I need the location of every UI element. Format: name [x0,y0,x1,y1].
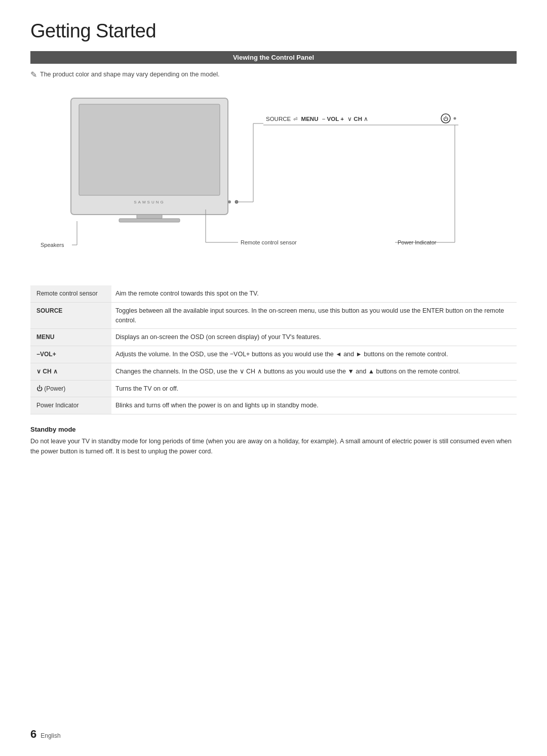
feature-label: −VOL+ [30,346,111,363]
page-language: English [41,732,60,739]
feature-table: Remote control sensorAim the remote cont… [30,285,517,414]
feature-label: ⏻ (Power) [30,380,111,397]
feature-label: MENU [30,329,111,346]
svg-text:SAMSUNG: SAMSUNG [134,200,165,204]
feature-description: Adjusts the volume. In the OSD, use the … [111,346,517,363]
section-header: Viewing the Control Panel [30,51,517,64]
feature-label: Power Indicator [30,397,111,414]
feature-row: −VOL+Adjusts the volume. In the OSD, use… [30,346,517,363]
feature-row: SOURCEToggles between all the available … [30,302,517,329]
note-text: The product color and shape may vary dep… [40,71,219,78]
feature-row: Remote control sensorAim the remote cont… [30,285,517,302]
feature-label: Remote control sensor [30,285,111,302]
note-icon: ✎ [30,71,37,79]
feature-row: ⏻ (Power)Turns the TV on or off. [30,380,517,397]
feature-label: ∨ CH ∧ [30,363,111,380]
tv-diagram-svg: SAMSUNG SOURCE ⏎ MENU − VOL + ∨ CH ∧ ⏻ [30,88,517,270]
svg-rect-4 [119,219,180,222]
page-number: 6 [30,728,36,741]
feature-description: Turns the TV on or off. [111,380,517,397]
standby-text: Do not leave your TV in standby mode for… [30,436,517,456]
svg-rect-1 [79,104,220,195]
feature-description: Displays an on-screen the OSD (on screen… [111,329,517,346]
feature-description: Toggles between all the available input … [111,302,517,329]
page-title: Getting Started [30,20,517,42]
svg-point-13 [454,117,456,120]
svg-text:Power Indicator: Power Indicator [398,239,437,245]
svg-text:⏻: ⏻ [443,116,448,121]
svg-text:SOURCE
      ⏎
       MENU
   : SOURCE ⏎ MENU − VOL + ∨ CH ∧ [266,116,368,122]
note-line: ✎ The product color and shape may vary d… [30,71,517,79]
svg-point-5 [228,200,231,203]
diagram-area: SAMSUNG SOURCE ⏎ MENU − VOL + ∨ CH ∧ ⏻ [30,88,517,270]
svg-text:Remote control sensor: Remote control sensor [241,239,297,245]
standby-section: Standby mode Do not leave your TV in sta… [30,426,517,456]
standby-title: Standby mode [30,426,517,433]
feature-label: SOURCE [30,302,111,329]
feature-description: Changes the channels. In the OSD, use th… [111,363,517,380]
feature-row: Power IndicatorBlinks and turns off when… [30,397,517,414]
svg-text:Speakers: Speakers [41,242,64,248]
feature-description: Blinks and turns off when the power is o… [111,397,517,414]
page-footer: 6 English [30,728,61,741]
svg-rect-3 [137,215,162,219]
feature-description: Aim the remote control towards this spot… [111,285,517,302]
feature-row: ∨ CH ∧Changes the channels. In the OSD, … [30,363,517,380]
feature-row: MENUDisplays an on-screen the OSD (on sc… [30,329,517,346]
